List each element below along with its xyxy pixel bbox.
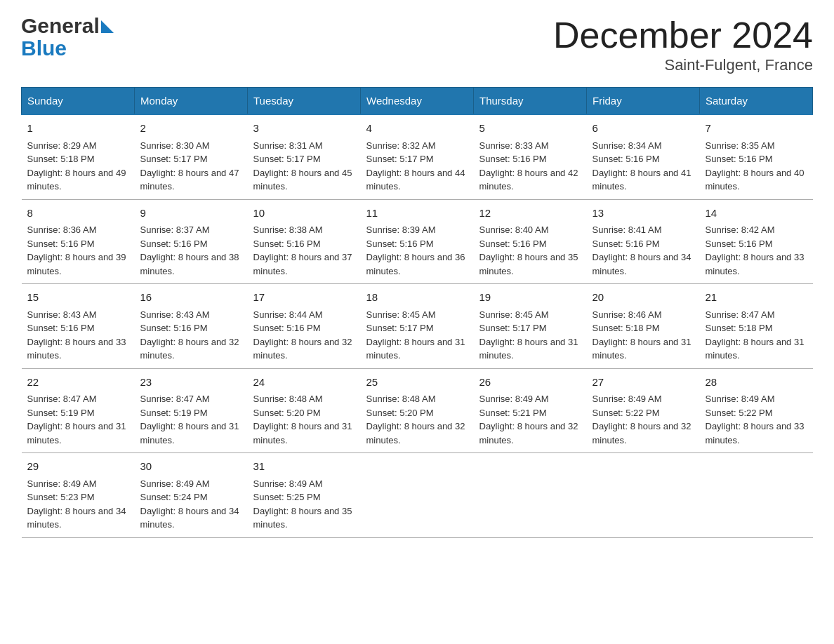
sunrise-info: Sunrise: 8:49 AM bbox=[253, 478, 323, 489]
day-number: 7 bbox=[706, 121, 807, 137]
calendar-day-cell: 1 Sunrise: 8:29 AM Sunset: 5:18 PM Dayli… bbox=[22, 114, 135, 199]
sunset-info: Sunset: 5:17 PM bbox=[366, 323, 434, 333]
calendar-week-row: 8 Sunrise: 8:36 AM Sunset: 5:16 PM Dayli… bbox=[22, 199, 813, 284]
sunrise-info: Sunrise: 8:49 AM bbox=[593, 394, 662, 404]
calendar-day-cell: 6 Sunrise: 8:34 AM Sunset: 5:16 PM Dayli… bbox=[587, 114, 700, 199]
sunset-info: Sunset: 5:18 PM bbox=[27, 154, 95, 164]
day-number: 13 bbox=[593, 206, 694, 222]
calendar-day-cell bbox=[587, 453, 700, 538]
calendar-week-row: 15 Sunrise: 8:43 AM Sunset: 5:16 PM Dayl… bbox=[22, 284, 813, 369]
day-number: 3 bbox=[253, 121, 355, 137]
daylight-info: Daylight: 8 hours and 35 minutes. bbox=[253, 506, 352, 530]
calendar-table: SundayMondayTuesdayWednesdayThursdayFrid… bbox=[21, 87, 813, 538]
calendar-day-cell: 22 Sunrise: 8:47 AM Sunset: 5:19 PM Dayl… bbox=[22, 368, 135, 453]
sunrise-info: Sunrise: 8:45 AM bbox=[479, 309, 549, 320]
day-of-week-header: Wednesday bbox=[361, 88, 474, 115]
sunset-info: Sunset: 5:16 PM bbox=[706, 154, 773, 164]
sunset-info: Sunset: 5:17 PM bbox=[253, 154, 321, 164]
sunrise-info: Sunrise: 8:45 AM bbox=[366, 309, 436, 320]
sunrise-info: Sunrise: 8:31 AM bbox=[253, 140, 323, 151]
daylight-info: Daylight: 8 hours and 34 minutes. bbox=[140, 506, 239, 530]
daylight-info: Daylight: 8 hours and 31 minutes. bbox=[366, 337, 465, 361]
calendar-day-cell: 4 Sunrise: 8:32 AM Sunset: 5:17 PM Dayli… bbox=[361, 114, 474, 199]
sunset-info: Sunset: 5:16 PM bbox=[140, 323, 208, 333]
daylight-info: Daylight: 8 hours and 32 minutes. bbox=[479, 421, 578, 445]
sunset-info: Sunset: 5:17 PM bbox=[479, 323, 547, 333]
sunset-info: Sunset: 5:17 PM bbox=[140, 154, 208, 164]
calendar-day-cell: 18 Sunrise: 8:45 AM Sunset: 5:17 PM Dayl… bbox=[361, 284, 474, 369]
day-number: 4 bbox=[366, 121, 468, 137]
calendar-day-cell: 7 Sunrise: 8:35 AM Sunset: 5:16 PM Dayli… bbox=[700, 114, 813, 199]
calendar-day-cell: 12 Sunrise: 8:40 AM Sunset: 5:16 PM Dayl… bbox=[474, 199, 587, 284]
sunset-info: Sunset: 5:22 PM bbox=[593, 408, 660, 418]
day-number: 24 bbox=[253, 375, 355, 391]
daylight-info: Daylight: 8 hours and 31 minutes. bbox=[253, 421, 352, 445]
daylight-info: Daylight: 8 hours and 34 minutes. bbox=[593, 252, 691, 276]
day-number: 21 bbox=[706, 290, 807, 306]
calendar-header-row: SundayMondayTuesdayWednesdayThursdayFrid… bbox=[22, 88, 813, 115]
day-of-week-header: Monday bbox=[135, 88, 248, 115]
daylight-info: Daylight: 8 hours and 33 minutes. bbox=[706, 421, 805, 445]
calendar-day-cell: 9 Sunrise: 8:37 AM Sunset: 5:16 PM Dayli… bbox=[135, 199, 248, 284]
sunset-info: Sunset: 5:17 PM bbox=[366, 154, 434, 164]
calendar-day-cell: 2 Sunrise: 8:30 AM Sunset: 5:17 PM Dayli… bbox=[135, 114, 248, 199]
calendar-day-cell: 8 Sunrise: 8:36 AM Sunset: 5:16 PM Dayli… bbox=[22, 199, 135, 284]
calendar-day-cell: 11 Sunrise: 8:39 AM Sunset: 5:16 PM Dayl… bbox=[361, 199, 474, 284]
day-number: 16 bbox=[140, 290, 242, 306]
calendar-day-cell: 19 Sunrise: 8:45 AM Sunset: 5:17 PM Dayl… bbox=[474, 284, 587, 369]
day-number: 2 bbox=[140, 121, 242, 137]
day-of-week-header: Sunday bbox=[22, 88, 135, 115]
sunrise-info: Sunrise: 8:49 AM bbox=[706, 394, 775, 404]
daylight-info: Daylight: 8 hours and 39 minutes. bbox=[27, 252, 126, 276]
day-number: 27 bbox=[593, 375, 694, 391]
day-number: 29 bbox=[27, 459, 129, 475]
sunrise-info: Sunrise: 8:43 AM bbox=[140, 309, 210, 320]
title-area: December 2024 Saint-Fulgent, France bbox=[553, 14, 813, 74]
calendar-day-cell: 27 Sunrise: 8:49 AM Sunset: 5:22 PM Dayl… bbox=[587, 368, 700, 453]
calendar-day-cell: 3 Sunrise: 8:31 AM Sunset: 5:17 PM Dayli… bbox=[248, 114, 361, 199]
day-number: 8 bbox=[27, 206, 129, 222]
sunset-info: Sunset: 5:19 PM bbox=[27, 408, 95, 418]
sunrise-info: Sunrise: 8:36 AM bbox=[27, 224, 97, 235]
sunrise-info: Sunrise: 8:41 AM bbox=[593, 224, 662, 235]
daylight-info: Daylight: 8 hours and 31 minutes. bbox=[593, 337, 691, 361]
sunrise-info: Sunrise: 8:43 AM bbox=[27, 309, 97, 320]
day-of-week-header: Friday bbox=[587, 88, 700, 115]
calendar-day-cell: 10 Sunrise: 8:38 AM Sunset: 5:16 PM Dayl… bbox=[248, 199, 361, 284]
daylight-info: Daylight: 8 hours and 40 minutes. bbox=[706, 168, 805, 192]
day-number: 10 bbox=[253, 206, 355, 222]
sunset-info: Sunset: 5:16 PM bbox=[479, 239, 547, 249]
day-of-week-header: Tuesday bbox=[248, 88, 361, 115]
calendar-day-cell: 28 Sunrise: 8:49 AM Sunset: 5:22 PM Dayl… bbox=[700, 368, 813, 453]
sunset-info: Sunset: 5:16 PM bbox=[366, 239, 434, 249]
sunrise-info: Sunrise: 8:49 AM bbox=[27, 478, 97, 489]
calendar-day-cell: 21 Sunrise: 8:47 AM Sunset: 5:18 PM Dayl… bbox=[700, 284, 813, 369]
daylight-info: Daylight: 8 hours and 34 minutes. bbox=[27, 506, 126, 530]
daylight-info: Daylight: 8 hours and 35 minutes. bbox=[479, 252, 578, 276]
sunset-info: Sunset: 5:22 PM bbox=[706, 408, 773, 418]
sunrise-info: Sunrise: 8:47 AM bbox=[140, 394, 210, 404]
calendar-day-cell bbox=[474, 453, 587, 538]
daylight-info: Daylight: 8 hours and 44 minutes. bbox=[366, 168, 465, 192]
sunset-info: Sunset: 5:20 PM bbox=[253, 408, 321, 418]
calendar-day-cell: 23 Sunrise: 8:47 AM Sunset: 5:19 PM Dayl… bbox=[135, 368, 248, 453]
sunset-info: Sunset: 5:16 PM bbox=[140, 239, 208, 249]
calendar-week-row: 29 Sunrise: 8:49 AM Sunset: 5:23 PM Dayl… bbox=[22, 453, 813, 538]
page-header: General Blue December 2024 Saint-Fulgent… bbox=[21, 14, 813, 74]
day-number: 19 bbox=[479, 290, 581, 306]
day-number: 14 bbox=[706, 206, 807, 222]
sunset-info: Sunset: 5:23 PM bbox=[27, 492, 95, 502]
day-number: 17 bbox=[253, 290, 355, 306]
sunset-info: Sunset: 5:20 PM bbox=[366, 408, 434, 418]
calendar-week-row: 1 Sunrise: 8:29 AM Sunset: 5:18 PM Dayli… bbox=[22, 114, 813, 199]
logo-blue-text: Blue bbox=[21, 36, 67, 60]
day-number: 11 bbox=[366, 206, 468, 222]
daylight-info: Daylight: 8 hours and 33 minutes. bbox=[706, 252, 805, 276]
sunset-info: Sunset: 5:16 PM bbox=[27, 239, 95, 249]
day-number: 20 bbox=[593, 290, 694, 306]
calendar-day-cell: 31 Sunrise: 8:49 AM Sunset: 5:25 PM Dayl… bbox=[248, 453, 361, 538]
sunrise-info: Sunrise: 8:30 AM bbox=[140, 140, 210, 151]
calendar-day-cell: 29 Sunrise: 8:49 AM Sunset: 5:23 PM Dayl… bbox=[22, 453, 135, 538]
sunrise-info: Sunrise: 8:33 AM bbox=[479, 140, 549, 151]
sunrise-info: Sunrise: 8:48 AM bbox=[366, 394, 436, 404]
